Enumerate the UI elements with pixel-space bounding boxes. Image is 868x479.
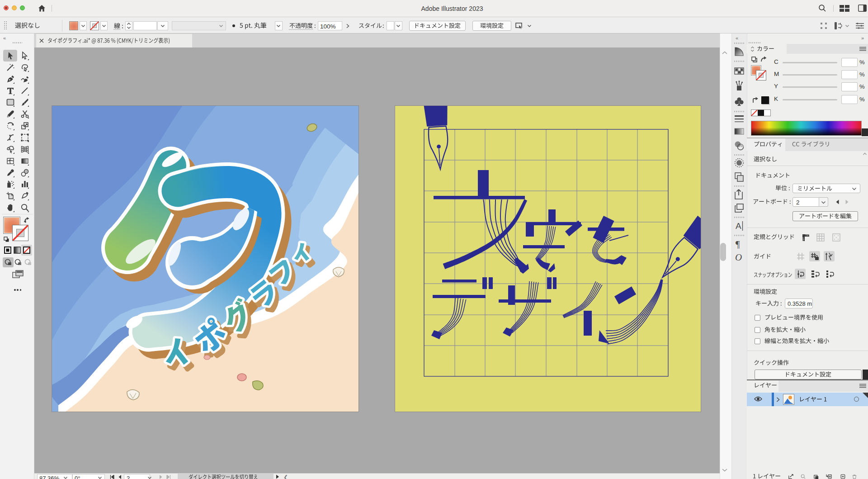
svg-text:¶: ¶: [736, 239, 740, 250]
svg-text:A: A: [736, 221, 741, 231]
svg-text:O: O: [735, 252, 742, 263]
